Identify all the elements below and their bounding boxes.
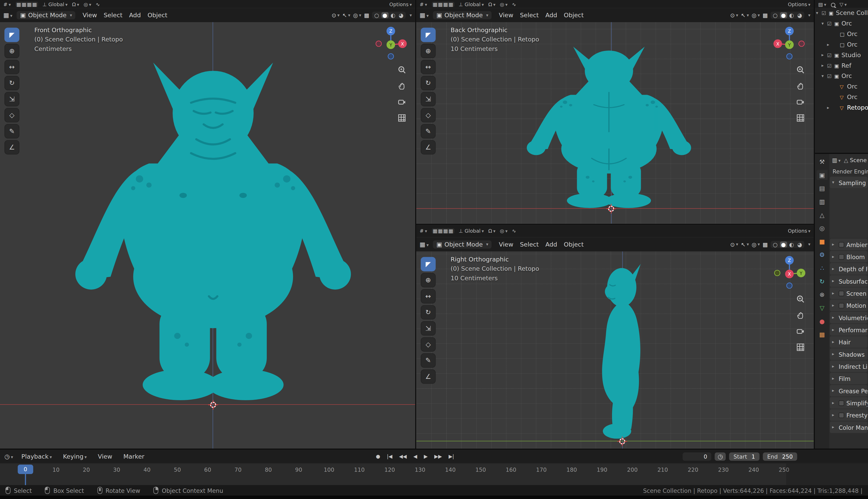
menu-item[interactable]: Object: [561, 241, 586, 248]
editor-type-dropdown[interactable]: ▦▾: [420, 241, 429, 248]
menu-item[interactable]: Add: [543, 12, 560, 19]
panel-expander-icon[interactable]: ▸: [832, 413, 836, 417]
properties-tab[interactable]: [817, 197, 828, 207]
menu-item[interactable]: Object: [561, 12, 586, 19]
tool-button[interactable]: ⇲: [421, 321, 436, 336]
outliner-row[interactable]: ▸ Retopo: [815, 102, 868, 113]
shading-mode-button[interactable]: ○: [373, 12, 380, 18]
menu-item[interactable]: Add: [543, 241, 560, 248]
proportional-edit-toggle[interactable]: ◎▾: [500, 2, 508, 7]
shading-mode-button[interactable]: ◕: [796, 241, 803, 247]
panel-expander-icon[interactable]: ▸: [832, 315, 836, 320]
expander-icon[interactable]: ▾: [821, 21, 827, 26]
toggle-projection-icon[interactable]: [796, 113, 805, 122]
options-dropdown[interactable]: Options▾: [788, 228, 811, 233]
tool-button[interactable]: ↔: [421, 60, 436, 74]
expander-icon[interactable]: ▸: [821, 63, 827, 68]
auto-keyframe-icon[interactable]: ◷: [715, 452, 726, 460]
overlays-dropdown[interactable]: ◎▾: [752, 12, 760, 18]
mode-dropdown[interactable]: ▣Object Mode▾: [433, 11, 492, 19]
outliner-row[interactable]: Orc: [815, 81, 868, 92]
pan-hand-icon[interactable]: [796, 311, 805, 319]
tool-button[interactable]: ↻: [421, 76, 436, 90]
gizmos-dropdown[interactable]: ↖▾: [343, 12, 350, 18]
playback-menu[interactable]: Playback▾: [18, 453, 54, 460]
tool-button[interactable]: ⇲: [421, 92, 436, 106]
panel-checkbox[interactable]: [839, 400, 844, 406]
menu-item[interactable]: View: [496, 241, 516, 248]
select-mode-buttons[interactable]: ▦▦▦▦: [15, 2, 38, 7]
panel-expander-icon[interactable]: ▸: [832, 303, 836, 308]
properties-tab[interactable]: [817, 223, 828, 233]
panel-expander-icon[interactable]: ▸: [832, 339, 836, 344]
orc-model-front[interactable]: [55, 55, 371, 405]
transform-orientation-dropdown[interactable]: ⊥ Global▾: [42, 2, 68, 7]
shading-mode-button[interactable]: ●: [381, 12, 388, 18]
panel-expander-icon[interactable]: ▸: [832, 352, 836, 356]
tool-button[interactable]: ◇: [421, 108, 436, 122]
tool-button[interactable]: ∠: [421, 140, 436, 155]
select-mode-intersect-icon[interactable]: ▦: [448, 228, 453, 233]
panel-header[interactable]: ▸ Volumetrics: [830, 312, 867, 323]
select-mode-set-icon[interactable]: ▦: [16, 2, 21, 7]
tool-button[interactable]: ✎: [421, 353, 436, 368]
panel-expander-icon[interactable]: ▸: [832, 266, 836, 271]
select-mode-extend-icon[interactable]: ▦: [438, 228, 443, 233]
shading-mode-button[interactable]: ◐: [788, 241, 795, 247]
options-dropdown[interactable]: Options▾: [788, 2, 811, 7]
menu-item[interactable]: Object: [145, 12, 170, 19]
marker-menu[interactable]: Marker: [121, 453, 147, 460]
proportional-edit-toggle[interactable]: ◎▾: [500, 228, 508, 233]
tool-button[interactable]: ∠: [421, 369, 436, 384]
menu-item[interactable]: Select: [517, 241, 542, 248]
properties-tab[interactable]: [817, 303, 828, 313]
toggle-projection-icon[interactable]: [397, 113, 406, 122]
panel-checkbox[interactable]: [839, 303, 844, 308]
tool-button[interactable]: ∠: [4, 140, 19, 155]
editor-type-dropdown[interactable]: ▤▾: [818, 2, 826, 7]
menu-item[interactable]: View: [80, 12, 100, 19]
snap-toggle[interactable]: Ω▾: [488, 2, 495, 7]
outliner-row[interactable]: ▸ ☑ Ref: [815, 60, 868, 71]
navigation-gizmo[interactable]: Z X Y: [772, 25, 807, 61]
editor-type-dropdown[interactable]: ▦▾: [3, 12, 12, 19]
current-frame-field[interactable]: 0: [683, 452, 711, 460]
tool-button[interactable]: ◇: [4, 108, 19, 122]
panel-header[interactable]: ▸ Ambient Occlusion: [830, 239, 867, 250]
shading-dropdown[interactable]: ▾: [409, 13, 412, 17]
shading-mode-button[interactable]: ◕: [796, 12, 803, 18]
panel-header[interactable]: ▸ Bloom: [830, 251, 867, 263]
camera-view-icon[interactable]: [397, 98, 406, 106]
panel-header[interactable]: ▸ Performance: [830, 324, 867, 336]
orc-model-side[interactable]: [585, 259, 656, 442]
properties-tab[interactable]: [817, 170, 828, 180]
panel-expander-icon[interactable]: ▸: [832, 425, 836, 429]
menu-item[interactable]: Select: [517, 12, 542, 19]
tool-button[interactable]: ⊕: [4, 44, 19, 58]
editor-type-dropdown[interactable]: ▥▾: [832, 157, 841, 163]
select-mode-intersect-icon[interactable]: ▦: [32, 2, 37, 7]
menu-item[interactable]: Add: [126, 12, 144, 19]
tool-button[interactable]: ◤: [4, 28, 19, 42]
filter-dropdown[interactable]: ▽▾: [840, 2, 847, 7]
panel-header[interactable]: ▸ Depth of Field: [830, 263, 867, 275]
navigation-gizmo[interactable]: Z X Y: [772, 255, 807, 290]
select-mode-intersect-icon[interactable]: ▦: [448, 2, 453, 7]
shading-mode-button[interactable]: ◕: [398, 12, 405, 18]
tool-button[interactable]: ↔: [421, 289, 436, 303]
expander-icon[interactable]: ▾: [816, 11, 822, 15]
panel-header[interactable]: ▾ Sampling: [830, 177, 867, 188]
viewport-right-canvas[interactable]: Right Orthographic (0) Scene Collection …: [416, 252, 814, 449]
camera-view-icon[interactable]: [796, 327, 805, 336]
panel-expander-icon[interactable]: ▾: [832, 180, 836, 185]
keying-menu[interactable]: Keying▾: [60, 453, 89, 460]
shading-dropdown[interactable]: ▾: [807, 13, 810, 17]
select-mode-extend-icon[interactable]: ▦: [22, 2, 26, 7]
outliner-row[interactable]: ▸ Orc: [815, 39, 868, 50]
active-tool-dropdown[interactable]: #▾: [420, 2, 427, 7]
select-mode-buttons[interactable]: ▦▦▦▦: [431, 2, 454, 7]
tool-button[interactable]: ⊕: [421, 273, 436, 288]
select-mode-set-icon[interactable]: ▦: [433, 2, 437, 7]
shading-mode-button[interactable]: ●: [780, 241, 787, 247]
mode-dropdown[interactable]: ▣Object Mode▾: [433, 240, 492, 248]
